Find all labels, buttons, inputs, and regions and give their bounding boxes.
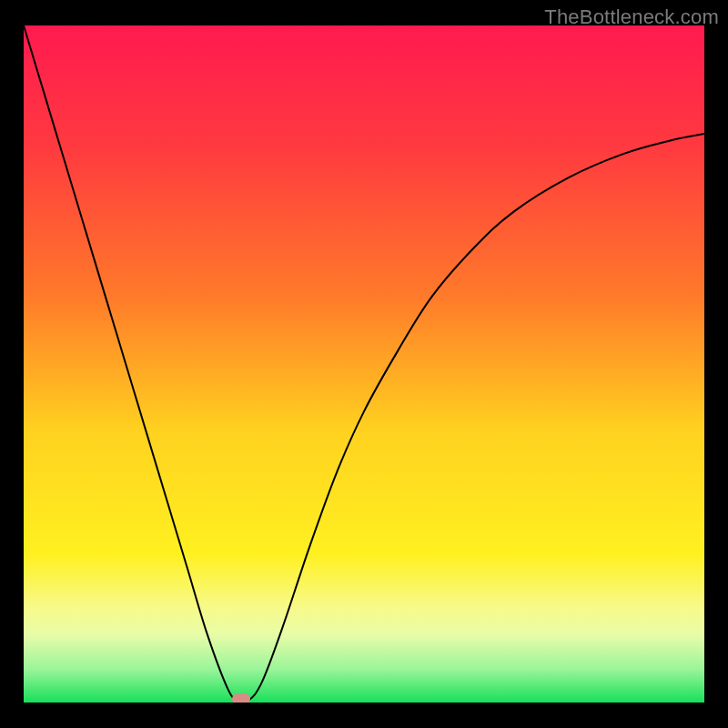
optimal-point-marker bbox=[232, 693, 250, 703]
watermark-text: TheBottleneck.com bbox=[544, 5, 719, 29]
chart-svg bbox=[24, 25, 704, 703]
chart-plot-area bbox=[24, 25, 704, 703]
